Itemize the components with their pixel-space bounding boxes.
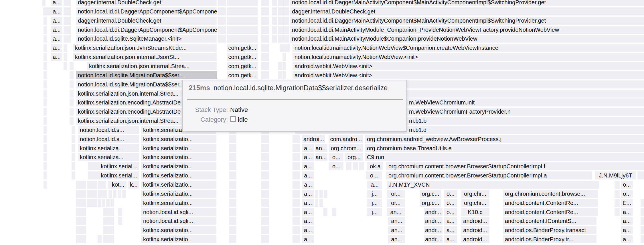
stack-frame[interactable]: a...	[621, 217, 633, 225]
stack-frame[interactable]	[227, 35, 258, 43]
stack-frame[interactable]	[70, 90, 74, 98]
stack-frame[interactable]	[108, 190, 112, 198]
stack-frame[interactable]	[103, 226, 114, 234]
stack-frame[interactable]: org.chr...	[461, 199, 489, 207]
stack-frame[interactable]	[44, 117, 47, 125]
stack-frame[interactable]	[283, 0, 289, 6]
stack-frame[interactable]: a...	[367, 181, 382, 189]
stack-frame[interactable]	[283, 26, 289, 34]
stack-frame[interactable]: J.N.M1Y_XVCN	[387, 181, 599, 189]
stack-frame[interactable]	[641, 217, 644, 225]
stack-frame[interactable]: a...	[51, 44, 62, 52]
stack-frame[interactable]: j...	[367, 190, 382, 198]
stack-frame[interactable]: notion.local.id.sqlite.SqliteManager.<in…	[76, 35, 217, 43]
stack-frame[interactable]: a...	[302, 190, 314, 198]
stack-frame[interactable]: o...	[621, 181, 633, 189]
stack-frame[interactable]	[110, 199, 114, 207]
stack-frame[interactable]: kotlinx.serial...	[88, 162, 139, 170]
stack-frame[interactable]: android...	[461, 217, 489, 225]
stack-frame[interactable]	[293, 153, 300, 161]
stack-frame[interactable]: an...	[388, 235, 405, 243]
stack-frame[interactable]	[76, 208, 86, 216]
stack-frame[interactable]: andr...	[424, 208, 442, 216]
stack-frame[interactable]: notion.local.id.di.MainActivityModule$Co…	[290, 35, 644, 43]
stack-frame[interactable]	[293, 190, 300, 198]
stack-frame[interactable]	[218, 26, 226, 34]
stack-frame[interactable]	[44, 181, 47, 189]
stack-frame[interactable]: o...	[366, 171, 382, 179]
stack-frame[interactable]	[283, 7, 289, 15]
stack-frame[interactable]: a...	[302, 153, 314, 161]
stack-frame[interactable]: a...	[621, 235, 633, 243]
stack-frame[interactable]	[324, 190, 327, 198]
stack-frame[interactable]	[76, 217, 86, 225]
stack-frame[interactable]: com.getk...	[227, 53, 258, 61]
stack-frame[interactable]: a...	[302, 144, 314, 152]
stack-frame[interactable]: o...	[444, 208, 457, 216]
stack-frame[interactable]: notion.local.id.mainactivity.NotionWebVi…	[293, 53, 644, 61]
stack-frame[interactable]	[261, 217, 269, 225]
stack-frame[interactable]: o...	[329, 162, 343, 170]
stack-frame[interactable]: kotlinx.serializatio...	[141, 135, 216, 143]
stack-frame[interactable]: a...	[51, 35, 62, 43]
stack-frame[interactable]	[70, 108, 74, 116]
stack-frame[interactable]	[64, 7, 71, 15]
stack-frame[interactable]	[76, 190, 86, 198]
stack-frame[interactable]	[261, 208, 269, 216]
stack-frame[interactable]	[229, 144, 236, 152]
stack-frame[interactable]	[44, 62, 47, 70]
stack-frame[interactable]	[103, 217, 114, 225]
stack-frame[interactable]: a...	[302, 181, 314, 189]
stack-frame[interactable]	[229, 235, 236, 243]
stack-frame[interactable]	[346, 162, 351, 170]
stack-frame[interactable]: notion.local.id.sqli...	[141, 208, 216, 216]
stack-frame[interactable]: android.webkit.WebView.<init>	[293, 62, 644, 70]
stack-frame[interactable]: kotlinx.serializatio...	[141, 181, 216, 189]
stack-frame[interactable]: android.content.IContentS...	[503, 217, 596, 225]
stack-frame[interactable]	[44, 17, 47, 25]
stack-frame[interactable]	[278, 0, 283, 6]
stack-frame[interactable]	[229, 181, 236, 189]
stack-frame[interactable]	[64, 53, 67, 61]
stack-frame[interactable]	[261, 235, 269, 243]
stack-frame[interactable]: o...	[444, 199, 457, 207]
stack-frame[interactable]: a...	[51, 26, 62, 34]
stack-frame[interactable]	[118, 217, 122, 225]
stack-frame[interactable]: kotlinx.serializatio...	[141, 171, 216, 179]
stack-frame[interactable]	[615, 181, 620, 189]
stack-frame[interactable]	[64, 62, 67, 70]
stack-frame[interactable]: a...	[302, 162, 314, 170]
stack-frame[interactable]	[293, 181, 300, 189]
stack-frame[interactable]	[44, 71, 47, 79]
stack-frame[interactable]: E...	[621, 199, 633, 207]
stack-frame[interactable]: a...	[302, 171, 314, 179]
stack-frame[interactable]	[229, 208, 236, 216]
stack-frame[interactable]	[283, 17, 289, 25]
stack-frame[interactable]	[227, 0, 258, 6]
stack-frame[interactable]	[272, 0, 277, 6]
stack-frame[interactable]: kotlinx.serializatio...	[141, 153, 216, 161]
stack-frame[interactable]: kotlinx.serialization.json.internal.Json…	[73, 53, 217, 61]
stack-frame[interactable]: kotlinx.serializa...	[78, 153, 139, 161]
stack-frame[interactable]: kotlinx.serialization.json.internal.Stre…	[87, 62, 217, 70]
stack-frame[interactable]	[72, 135, 75, 143]
stack-frame[interactable]: com.getk...	[227, 44, 258, 52]
stack-frame[interactable]	[218, 35, 226, 43]
stack-frame[interactable]: kotlinx.serializatio...	[141, 144, 216, 152]
stack-frame[interactable]: a...	[302, 217, 314, 225]
stack-frame[interactable]: notion.local.id.di.DaggerAppComponent$Ap…	[76, 7, 217, 15]
stack-frame[interactable]	[615, 190, 620, 198]
stack-frame[interactable]	[70, 98, 74, 106]
stack-frame[interactable]	[118, 190, 121, 198]
stack-frame[interactable]	[72, 144, 75, 152]
stack-frame[interactable]: o...	[621, 190, 633, 198]
stack-frame[interactable]: a...	[621, 208, 633, 216]
stack-frame[interactable]	[261, 190, 269, 198]
stack-frame[interactable]	[293, 208, 300, 216]
stack-frame[interactable]	[44, 126, 47, 134]
stack-frame[interactable]	[261, 153, 269, 161]
stack-frame[interactable]: or...	[387, 199, 405, 207]
stack-frame[interactable]	[615, 208, 620, 216]
stack-frame[interactable]	[44, 98, 47, 106]
stack-frame[interactable]: android...	[461, 226, 489, 234]
